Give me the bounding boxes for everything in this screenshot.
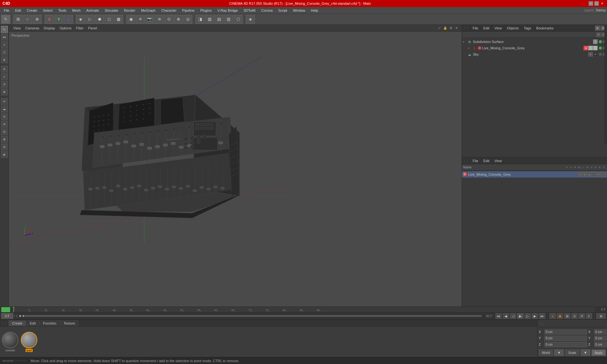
vp-menu-view[interactable]: View — [11, 26, 23, 30]
world-button[interactable]: World — [539, 349, 553, 356]
obj-tag-3[interactable]: P — [593, 46, 598, 50]
btn-go-start[interactable]: ⏮ — [495, 313, 502, 319]
obj-menu-file[interactable]: File — [471, 26, 480, 30]
btn-prev-key[interactable]: ◀ — [503, 313, 509, 319]
mat-tab-texture[interactable]: Texture — [60, 320, 78, 326]
toolbar-render-view[interactable]: ◻ — [105, 15, 113, 24]
toolbar-scale[interactable]: ○ — [23, 15, 32, 24]
obj-tag-sky-1[interactable]: T — [588, 52, 593, 57]
lt-transform[interactable]: ⊕ — [1, 88, 8, 95]
mat-thumb-console[interactable] — [2, 332, 18, 348]
lt-uvw[interactable]: ⊞ — [1, 56, 8, 63]
coord-x-input[interactable] — [544, 329, 587, 335]
mat-thumb-ipad[interactable] — [21, 332, 37, 348]
btn-prev-frame[interactable]: ◁ — [510, 313, 516, 319]
coord-z-input[interactable] — [544, 342, 587, 347]
menu-3dtoall[interactable]: 3DToAll — [241, 8, 258, 13]
menu-animate[interactable]: Animate — [84, 8, 101, 13]
toolbar-select[interactable]: ↖ — [1, 15, 10, 24]
btn-options[interactable]: ≡ — [586, 313, 592, 319]
obj-vis-green-2[interactable] — [599, 46, 602, 50]
obj-menu-tags[interactable]: Tags — [523, 26, 532, 30]
toolbar-deform[interactable]: ⊕ — [174, 15, 183, 24]
toolbar-y-axis[interactable]: Y — [54, 15, 63, 24]
obj-menu-bookmarks[interactable]: Bookmarks — [535, 26, 555, 30]
menu-plugins[interactable]: Plugins — [198, 8, 214, 13]
toolbar-camera[interactable]: 📷 — [145, 15, 154, 24]
obj-icon-1[interactable]: ⊞ — [595, 26, 600, 31]
toolbar-x-axis[interactable]: X — [45, 15, 54, 24]
btn-go-end[interactable]: ⏭ — [539, 313, 545, 319]
menu-mograph[interactable]: MoGraph — [138, 8, 158, 13]
menu-select[interactable]: Select — [40, 8, 55, 13]
mat-icon-del[interactable]: ⊠ — [582, 172, 587, 177]
maximize-button[interactable]: □ — [594, 1, 599, 6]
mat-menu-edit[interactable]: Edit — [482, 159, 491, 163]
coord-rx-input[interactable] — [594, 329, 607, 335]
menu-create[interactable]: Create — [24, 8, 40, 13]
btn-play[interactable]: ▶ — [517, 313, 524, 319]
right-panel-scrollbar[interactable] — [604, 25, 607, 145]
lt-points[interactable]: ●● — [1, 33, 8, 40]
mat-item-ipad[interactable]: ipad — [21, 332, 37, 352]
btn-sync[interactable]: ⊙ — [571, 313, 578, 319]
mat-tab-function[interactable]: Function — [40, 320, 60, 326]
btn-next-key[interactable]: ▶ — [532, 313, 538, 319]
obj-tag-mat[interactable]: ◈ — [584, 46, 588, 50]
timeline-scrubbar[interactable] — [23, 315, 482, 317]
toolbar-display5[interactable]: ⬡ — [234, 15, 242, 24]
toolbar-spline[interactable]: ≋ — [155, 15, 164, 24]
toolbar-display4[interactable]: ▥ — [224, 15, 233, 24]
toolbar-rotate[interactable]: ⊕ — [33, 15, 41, 24]
menu-mesh[interactable]: Mesh — [70, 8, 83, 13]
lt-rotate2[interactable]: ↺ — [1, 81, 8, 88]
lt-select[interactable]: ↖ — [1, 26, 8, 33]
menu-pipeline[interactable]: Pipeline — [180, 8, 197, 13]
btn-keyframe[interactable]: ⊞ — [564, 313, 570, 319]
btn-fps-end[interactable]: ⊞ — [596, 313, 606, 319]
apply-button[interactable]: Apply — [592, 349, 606, 356]
lt-poly[interactable]: ◻ — [1, 49, 8, 56]
menu-script[interactable]: Script — [276, 8, 290, 13]
coord-ry-input[interactable] — [594, 336, 607, 341]
lt-deform2[interactable]: ≋ — [1, 121, 8, 128]
mat-menu-file[interactable]: File — [471, 159, 480, 163]
lt-paint[interactable]: ☁ — [1, 106, 8, 112]
btn-record[interactable]: ● — [549, 313, 556, 319]
menu-character[interactable]: Character — [159, 8, 179, 13]
menu-edit[interactable]: Edit — [13, 8, 24, 13]
mat-icon-view[interactable]: 👁 — [597, 172, 601, 177]
toolbar-nurbs[interactable]: ⊙ — [164, 15, 173, 24]
toolbar-scene[interactable]: ◎ — [183, 15, 192, 24]
mat-icon-h[interactable]: H — [601, 172, 606, 177]
obj-row-console[interactable]: ▸ L Live_Mixing_Console_Grey ◈ T P — [462, 45, 607, 51]
toolbar-light2[interactable]: ◈ — [246, 15, 255, 24]
toolbar-z-axis[interactable]: Z — [64, 15, 73, 24]
minimize-button[interactable]: ─ — [589, 1, 593, 6]
lt-scale2[interactable]: ⤢ — [1, 73, 8, 80]
menu-window[interactable]: Window — [290, 8, 308, 13]
toolbar-display2[interactable]: ▧ — [205, 15, 214, 24]
obj-expand-console[interactable]: ▸ — [468, 46, 472, 50]
mat-menu-view[interactable]: View — [493, 159, 503, 163]
vp-menu-filter[interactable]: Filter — [74, 26, 85, 30]
vp-menu-panel[interactable]: Panel — [86, 26, 99, 30]
obj-menu-objects[interactable]: Objects — [506, 26, 520, 30]
lt-sculpt[interactable]: ⊙ — [1, 113, 8, 120]
menu-simulate[interactable]: Simulate — [102, 8, 121, 13]
mat-icon-edit[interactable]: ⊞ — [578, 172, 582, 177]
close-button[interactable]: ✕ — [600, 1, 604, 6]
lt-move[interactable]: ✛ — [1, 66, 8, 73]
obj-tag-sky-2[interactable]: ⊘ — [593, 52, 598, 57]
menu-corona[interactable]: Corona — [259, 8, 275, 13]
scale-dropdown[interactable]: ▼ — [581, 349, 590, 356]
obj-tag-1[interactable]: T — [593, 39, 598, 44]
lt-axis[interactable]: ⊗ — [1, 136, 8, 143]
toolbar-obj-mode[interactable]: ◈ — [76, 15, 85, 24]
obj-vis-grey-3[interactable] — [599, 53, 602, 56]
menu-file[interactable]: File — [1, 8, 12, 13]
obj-menu-view[interactable]: View — [493, 26, 503, 30]
obj-row-sky[interactable]: ☁ Sky T ⊘ — [462, 51, 607, 58]
vp-close-btn[interactable]: ✕ — [454, 26, 459, 31]
vp-menu-display[interactable]: Display — [42, 26, 57, 30]
